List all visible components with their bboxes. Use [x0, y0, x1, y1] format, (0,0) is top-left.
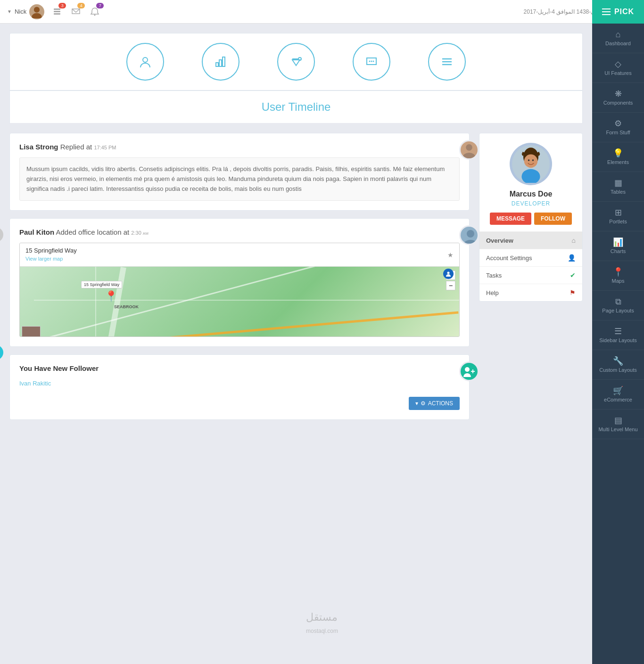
svg-point-29 — [528, 159, 530, 161]
tab-stats[interactable] — [202, 43, 239, 81]
profile-column: Marcus Doe DEVELOPER MESSAGE FOLLOW Over… — [479, 133, 583, 420]
svg-point-20 — [467, 230, 474, 238]
sidebar-item-ui-features[interactable]: ◇UI Features — [592, 53, 644, 83]
follow-button[interactable]: FOLLOW — [534, 213, 572, 225]
sidebar-item-tables[interactable]: ▦Tables — [592, 172, 644, 202]
tasks-badge[interactable]: 3 — [50, 5, 64, 19]
location-author: Paul Kiton — [19, 228, 54, 236]
tab-user[interactable] — [126, 43, 164, 81]
svg-point-12 — [369, 61, 371, 62]
dashboard-icon: ⌂ — [616, 30, 621, 39]
messages-badge[interactable]: 4 — [69, 5, 83, 19]
ui-features-icon: ◇ — [615, 60, 621, 68]
help-label: Help — [486, 289, 499, 296]
map-star-icon[interactable]: ★ — [447, 251, 454, 259]
svg-point-28 — [524, 155, 537, 168]
notifications-badge[interactable]: 7 — [88, 5, 102, 19]
svg-point-30 — [532, 159, 534, 161]
header-left: ▼ Nick 3 4 7 — [7, 4, 102, 19]
svg-point-19 — [463, 153, 475, 160]
svg-point-1 — [32, 13, 42, 18]
sidebar-item-form-stuff[interactable]: ⚙Form Stuff — [592, 113, 644, 142]
sidebar-item-ecommerce[interactable]: 🛒eCommerce — [592, 380, 644, 410]
location-action: Added office location at — [56, 228, 132, 236]
sidebar-layouts-icon: ☰ — [614, 327, 622, 336]
sidebar-item-portlets[interactable]: ⊞Portlets — [592, 202, 644, 231]
page-title-row: User Timeline — [10, 91, 582, 123]
brand-area: PICK — [592, 0, 644, 24]
username: Nick — [15, 8, 26, 15]
map-container: 15 Springfield Way View larger map ★ — [19, 243, 460, 337]
sidebar-item-custom-layouts[interactable]: 🔧Custom Layouts — [592, 350, 644, 380]
svg-point-18 — [466, 144, 472, 151]
sidebar-label-charts: Charts — [611, 248, 626, 254]
sidebar-item-charts[interactable]: 📊Charts — [592, 231, 644, 261]
svg-point-21 — [463, 240, 478, 245]
sidebar-item-sidebar-layouts[interactable]: ☰Sidebar Layouts — [592, 320, 644, 350]
profile-avatar — [510, 143, 552, 185]
charts-icon: 📊 — [613, 238, 623, 246]
timeline-card-reply: Lisa Strong Replied at 17:45 PM Mussum i… — [9, 133, 470, 211]
message-button[interactable]: MESSAGE — [490, 213, 531, 225]
multi-level-icon: ▤ — [614, 416, 622, 425]
reply-action: Replied at — [60, 143, 94, 151]
page-layouts-icon: ⧉ — [615, 297, 621, 306]
timeline-card-location: Paul Kiton Added office location at 2:30… — [9, 218, 470, 347]
actions-button[interactable]: ▾ ⚙ ACTIONS — [409, 397, 460, 410]
content-area: ↓ ↑ Lisa Strong Replied at 17:45 PM Muss… — [9, 133, 583, 420]
menu-item-help[interactable]: Help ⚑ — [479, 284, 582, 301]
menu-item-tasks[interactable]: Tasks ✔ — [479, 266, 582, 284]
follower-title-text: You Have New Follower — [19, 364, 99, 372]
scroll-down-btn[interactable]: ↓ — [0, 227, 3, 242]
profile-tabs — [10, 33, 582, 91]
sidebar-label-custom-layouts: Custom Layouts — [599, 367, 636, 373]
top-header: ▼ Nick 3 4 7 الاثنين 3 — [0, 0, 644, 24]
account-label: Account Settings — [486, 254, 532, 262]
avatar-lisa — [459, 140, 479, 160]
follower-name: Ivan Rakitic — [19, 379, 460, 387]
sidebar-item-elements[interactable]: 💡Elements — [592, 142, 644, 172]
menu-item-overview[interactable]: Overview ⌂ — [479, 231, 582, 249]
menu-item-account[interactable]: Account Settings 👤 — [479, 249, 582, 266]
profile-panel: Marcus Doe DEVELOPER MESSAGE FOLLOW Over… — [479, 133, 583, 302]
scroll-up-btn[interactable]: ↑ — [0, 345, 3, 360]
tab-messages[interactable] — [353, 43, 390, 81]
tab-announcements[interactable] — [277, 43, 315, 81]
sidebar-label-multi-level: Multi Level Menu — [598, 426, 637, 432]
zoom-out-btn[interactable]: − — [446, 281, 455, 290]
svg-rect-7 — [216, 63, 218, 66]
sidebar-item-dashboard[interactable]: ⌂Dashboard — [592, 24, 644, 53]
ecommerce-icon: 🛒 — [613, 386, 623, 395]
tab-list[interactable] — [428, 43, 466, 81]
sidebar-item-maps[interactable]: 📍Maps — [592, 261, 644, 291]
sidebar-item-multi-level[interactable]: ▤Multi Level Menu — [592, 410, 644, 439]
brand-name: PICK — [614, 8, 634, 16]
user-icon: 👤 — [568, 254, 576, 262]
avatar-paul — [459, 225, 479, 245]
reply-title: Lisa Strong Replied at 17:45 PM — [19, 143, 460, 151]
map-view-larger[interactable]: View larger map — [25, 256, 63, 262]
svg-point-10 — [298, 57, 301, 60]
map-address-label: 15 Springfield Way — [81, 281, 122, 288]
svg-rect-2 — [54, 8, 60, 10]
dropdown-icon: ▾ — [415, 400, 418, 407]
svg-point-13 — [371, 61, 372, 62]
svg-point-23 — [465, 367, 470, 372]
overview-label: Overview — [486, 237, 513, 244]
tables-icon: ▦ — [614, 179, 622, 187]
user-avatar — [29, 4, 44, 19]
timeline-column: ↓ ↑ Lisa Strong Replied at 17:45 PM Muss… — [9, 133, 470, 420]
portlets-icon: ⊞ — [615, 208, 622, 217]
custom-layouts-icon: 🔧 — [613, 357, 623, 365]
notifications-count: 7 — [96, 3, 104, 8]
hamburger-icon[interactable] — [602, 8, 611, 15]
user-menu[interactable]: ▼ Nick — [7, 4, 44, 19]
elements-icon: 💡 — [613, 149, 623, 157]
timeline-card-follower: You Have New Follower Ivan Rakitic ▾ ⚙ A… — [9, 354, 470, 420]
sidebar-label-form-stuff: Form Stuff — [606, 130, 630, 135]
svg-point-0 — [34, 7, 40, 12]
sidebar-item-components[interactable]: ❋Components — [592, 83, 644, 113]
profile-role: DEVELOPER — [479, 200, 582, 207]
sidebar-label-sidebar-layouts: Sidebar Layouts — [599, 337, 637, 343]
sidebar-item-page-layouts[interactable]: ⧉Page Layouts — [592, 291, 644, 320]
